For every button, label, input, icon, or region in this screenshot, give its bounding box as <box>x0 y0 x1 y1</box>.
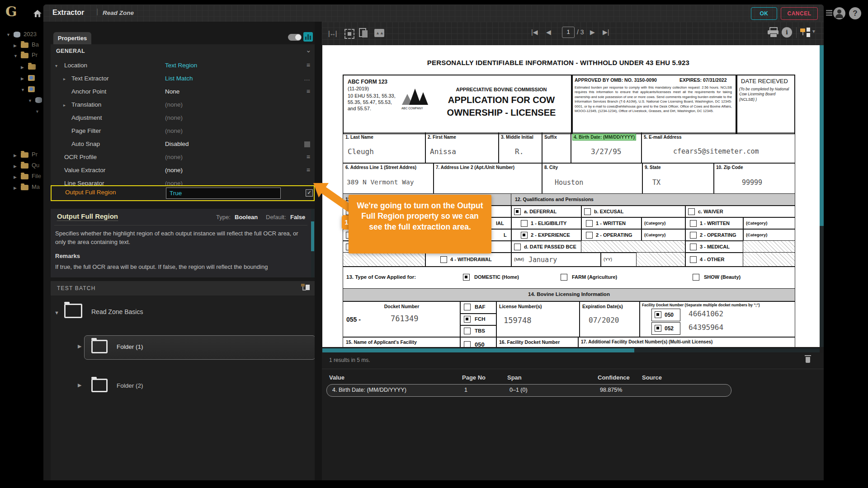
property-value[interactable]: Text Region <box>165 62 197 69</box>
pages-icon[interactable] <box>359 28 369 38</box>
result-row[interactable]: 4. Birth Date: (MM/DD/YYYY) 1 0–1 (0) 98… <box>326 384 731 397</box>
property-row-translation[interactable]: ▸ Translation (none) <box>51 99 315 111</box>
expand-icon[interactable]: ▶ <box>14 153 17 158</box>
prev-page-icon[interactable]: ◀ <box>546 28 551 36</box>
image-icon[interactable]: ▲▲ <box>374 29 384 37</box>
form-cell: b. EXCUSAL <box>581 205 686 218</box>
expand-closed-icon[interactable]: ▶ <box>78 343 81 349</box>
tree-item-label[interactable]: Ba <box>32 41 39 48</box>
property-value[interactable]: (none) <box>165 154 183 160</box>
home-icon[interactable] <box>33 10 42 17</box>
first-page-icon[interactable]: |◀ <box>531 28 538 36</box>
next-page-icon[interactable]: ▶ <box>590 28 595 36</box>
last-page-icon[interactable]: ▶| <box>603 28 609 36</box>
property-row-output-full-region[interactable]: Output Full Region True ✓ <box>51 185 315 201</box>
batch-folder-1-label[interactable]: Folder (1) <box>117 343 143 350</box>
expand-closed-icon[interactable]: ▸ <box>63 103 66 108</box>
batch-hierarchy-icon[interactable] <box>301 284 310 291</box>
tree-item-label[interactable]: Ma <box>32 183 40 190</box>
disabled-checkbox-icon[interactable] <box>304 141 310 147</box>
expand-closed-icon[interactable]: ▸ <box>63 76 66 81</box>
scrollbar-thumb[interactable] <box>322 348 634 352</box>
property-value[interactable]: (none) <box>165 101 183 108</box>
expand-open-icon[interactable]: ▼ <box>54 310 59 315</box>
menu-icon[interactable]: ≡ <box>307 166 310 174</box>
view-toggle[interactable] <box>288 34 302 41</box>
property-row-ocr-profile[interactable]: OCR Profile (none) ≡ <box>51 152 315 164</box>
menu-icon[interactable]: ≡ <box>307 88 310 95</box>
diagnostics-chart-button[interactable] <box>303 32 313 42</box>
layers-icon[interactable] <box>826 10 832 16</box>
batch-root-label[interactable]: Read Zone Basics <box>91 308 143 315</box>
result-confidence: 98.875% <box>600 387 622 393</box>
expand-icon[interactable]: ▶ <box>14 186 17 190</box>
section-header-general[interactable]: GENERAL <box>56 48 85 54</box>
column-header-confidence[interactable]: Confidence <box>598 374 630 381</box>
expand-icon[interactable]: ▶ <box>14 164 17 169</box>
property-row-value-extractor[interactable]: Value Extractor (none) ≡ <box>51 165 315 177</box>
property-row-page-filter[interactable]: Page Filter (none) <box>51 126 315 137</box>
ellipsis-icon[interactable]: … <box>304 75 310 82</box>
field-label: (Category) <box>746 221 768 225</box>
property-value[interactable]: None <box>165 88 179 95</box>
fit-width-icon[interactable]: |↔| <box>328 30 336 37</box>
tree-item-label[interactable]: Qu <box>32 162 39 169</box>
tree-item-label[interactable]: 2023 <box>24 31 37 38</box>
menu-icon[interactable]: ≡ <box>307 153 310 160</box>
cancel-button[interactable]: CANCEL <box>781 7 818 20</box>
form-cell: 4 - OTHER <box>685 252 744 267</box>
property-label: Location <box>64 62 87 69</box>
help-default-label: Default: <box>266 214 286 221</box>
info-icon[interactable]: i <box>782 27 792 38</box>
navigation-tree[interactable]: ▼ 2023 ▶ Ba ▼ Pr ▶ ▶ ▼ ▼ ▼ ▶ Pr ▶ Qu ▶ F… <box>0 27 43 208</box>
expand-icon[interactable]: ▼ <box>6 33 10 37</box>
expand-open-icon[interactable]: ▾ <box>55 63 57 68</box>
column-header-page[interactable]: Page No <box>462 374 486 381</box>
property-row-adjustment[interactable]: Adjustment (none) <box>51 113 315 124</box>
ok-button[interactable]: OK <box>751 7 777 20</box>
property-value[interactable]: (none) <box>165 167 183 174</box>
trash-icon[interactable] <box>804 355 811 363</box>
expand-icon[interactable]: ▶ <box>14 43 17 48</box>
app-logo[interactable]: G <box>5 4 17 19</box>
batch-view-dropdown[interactable]: ▼ <box>800 28 816 38</box>
property-value[interactable]: Disabled <box>165 141 189 147</box>
expand-closed-icon[interactable]: ▶ <box>78 382 81 388</box>
marquee-select-icon[interactable] <box>344 29 354 39</box>
property-row-anchor-point[interactable]: Anchor Point None ≡ <box>51 86 315 98</box>
field-label: 050 <box>475 341 485 347</box>
expand-icon[interactable]: ▶ <box>21 76 24 81</box>
property-value[interactable]: List Match <box>165 75 193 82</box>
batch-folder-2-label[interactable]: Folder (2) <box>117 382 143 389</box>
expand-icon[interactable]: ▼ <box>14 54 18 58</box>
column-header-value[interactable]: Value <box>329 374 344 381</box>
tab-properties[interactable]: Properties <box>53 32 91 44</box>
help-icon[interactable]: ? <box>849 7 861 19</box>
tree-item-label[interactable]: Pr <box>32 52 38 58</box>
tree-item-label[interactable]: Pr <box>32 151 38 158</box>
expand-icon[interactable]: ▼ <box>35 109 39 114</box>
expand-icon[interactable]: ▶ <box>21 65 24 70</box>
scrollbar-thumb[interactable] <box>311 221 314 251</box>
column-header-source[interactable]: Source <box>642 374 662 381</box>
page-number-input[interactable]: 1 <box>562 27 575 38</box>
horizontal-scrollbar[interactable] <box>322 348 820 352</box>
hatched-cell <box>343 252 426 267</box>
tree-item-label[interactable]: File <box>32 173 41 179</box>
column-header-span[interactable]: Span <box>507 374 522 381</box>
expand-icon[interactable]: ▼ <box>28 99 32 103</box>
expand-icon[interactable]: ▶ <box>14 175 17 179</box>
chevron-down-icon[interactable]: ⌄ <box>306 46 311 54</box>
account-icon[interactable] <box>833 7 845 19</box>
property-row-location[interactable]: ▾ Location Text Region ≡ <box>51 60 315 72</box>
vertical-scrollbar[interactable] <box>820 45 824 347</box>
expand-icon[interactable]: ▼ <box>21 88 25 92</box>
scrollbar-thumb[interactable] <box>820 45 824 226</box>
property-row-auto-snap[interactable]: Auto Snap Disabled <box>51 139 315 150</box>
print-icon[interactable] <box>768 27 778 37</box>
output-full-region-input[interactable]: True <box>166 188 281 199</box>
property-value[interactable]: (none) <box>165 127 183 134</box>
property-value[interactable]: (none) <box>165 114 183 121</box>
property-row-text-extractor[interactable]: ▸ Text Extractor List Match … <box>51 73 315 85</box>
menu-icon[interactable]: ≡ <box>307 61 310 69</box>
